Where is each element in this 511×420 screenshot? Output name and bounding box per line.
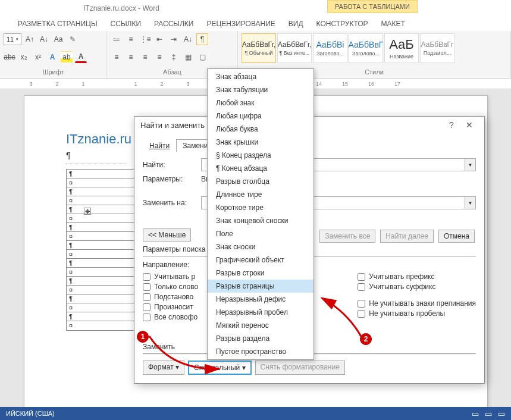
font-size-combo[interactable]: 11▾ [4, 33, 21, 45]
multilevel-button[interactable]: ⋮≡ [139, 33, 151, 45]
table-row[interactable]: ¤ [67, 250, 134, 259]
less-button[interactable]: << Меньше [143, 228, 191, 242]
tab-mailings[interactable]: РАССЫЛКИ [154, 20, 193, 28]
style-heading2[interactable]: АаБбВвГЗаголово... [349, 33, 383, 63]
table-row[interactable]: ¤ [67, 178, 134, 187]
table-row[interactable]: ¶ [67, 294, 134, 303]
show-marks-button[interactable]: ¶ [196, 33, 208, 45]
style-normal[interactable]: АаБбВвГг,¶ Обычный [242, 33, 276, 63]
increase-indent-button[interactable]: ⇥ [168, 33, 180, 45]
special-button[interactable]: Специальный ▾ [188, 361, 252, 375]
view-web-icon[interactable]: ▭ [498, 409, 505, 418]
table-row[interactable]: ¶ [67, 277, 134, 286]
clear-format-button[interactable]: ✎ [67, 33, 79, 45]
table-row[interactable]: ¶ [67, 312, 134, 321]
popup-item[interactable]: Поле [208, 227, 314, 240]
chk-all-forms[interactable]: Все словофо [143, 313, 198, 321]
styles-gallery[interactable]: АаБбВвГг,¶ Обычный АаБбВвГг,¶ Без инте..… [242, 33, 507, 63]
tab-find[interactable]: Найти [143, 139, 176, 152]
tab-table-layout[interactable]: МАКЕТ [381, 20, 405, 28]
decrease-indent-button[interactable]: ⇤ [153, 33, 165, 45]
table-row[interactable]: ¶ [67, 187, 134, 196]
style-title[interactable]: АаБНазвание [384, 33, 419, 63]
tab-view[interactable]: ВИД [289, 20, 303, 28]
table-row[interactable]: ¶ [67, 223, 134, 232]
popup-item[interactable]: Знак сноски [208, 240, 314, 253]
popup-item[interactable]: Любая буква [208, 123, 314, 136]
popup-item[interactable]: Графический объект [208, 253, 314, 267]
status-language[interactable]: ИЙСКИЙ (США) [6, 410, 55, 417]
popup-item[interactable]: Разрыв столбца [208, 175, 314, 188]
chk-wildcards[interactable]: Подстаново [143, 293, 198, 301]
popup-item[interactable]: Длинное тире [208, 188, 314, 201]
highlight-button[interactable]: ab [61, 51, 73, 63]
chk-ignore-punct[interactable]: Не учитывать знаки препинания [358, 299, 476, 308]
popup-item[interactable]: Мягкий перенос [208, 319, 314, 332]
style-nospacing[interactable]: АаБбВвГг,¶ Без инте... [277, 33, 312, 63]
table-row[interactable]: ¶ [67, 241, 134, 250]
dialog-help-button[interactable]: ? [443, 120, 460, 130]
align-center-button[interactable]: ≡ [125, 51, 137, 63]
no-format-button[interactable]: Снять форматирование [255, 361, 345, 375]
numbering-button[interactable]: ≡ [125, 33, 137, 45]
table-row[interactable]: ¤ [67, 268, 134, 277]
subscript-button[interactable]: x₂ [18, 51, 30, 63]
table-row[interactable]: ¤ [67, 196, 134, 205]
replace-all-button[interactable]: Заменить все [319, 230, 375, 243]
find-dropdown-button[interactable]: ▼ [465, 158, 476, 171]
table-row[interactable]: ¶ [67, 259, 134, 268]
font-color-button[interactable]: A [75, 51, 87, 63]
shading-button[interactable]: ▦ [182, 51, 194, 63]
popup-item[interactable]: Знак концевой сноски [208, 214, 314, 227]
borders-button[interactable]: ▢ [196, 51, 208, 63]
popup-item[interactable]: Знак крышки [208, 136, 314, 149]
bullets-button[interactable]: ≔ [111, 33, 123, 45]
style-subtitle[interactable]: АаБбВвГгПодзагол... [420, 33, 454, 63]
format-button[interactable]: Формат ▾ [143, 361, 184, 375]
popup-item[interactable]: Пустое пространство [208, 345, 314, 358]
tab-review[interactable]: РЕЦЕНЗИРОВАНИЕ [206, 20, 275, 28]
chk-whole-word[interactable]: Только слово [143, 283, 198, 291]
view-read-icon[interactable]: ▭ [472, 409, 479, 418]
style-heading1[interactable]: АаБбВіЗаголово... [313, 33, 347, 63]
popup-item[interactable]: ¶ Конец абзаца [208, 162, 314, 175]
grow-font-button[interactable]: A↑ [24, 33, 36, 45]
align-right-button[interactable]: ≡ [139, 51, 151, 63]
dialog-close-button[interactable]: ✕ [460, 120, 478, 130]
chk-prefix[interactable]: Учитывать префикс [358, 272, 476, 281]
table[interactable]: ¶ ¤ ¶ ¤ ¶ ¤ ¶ ¤ ¶ ¤ ¶ ¤ ¶ ¤ ¶ ¤ ¶ ¤ [66, 169, 134, 331]
text-effects-button[interactable]: A [46, 51, 58, 63]
line-spacing-button[interactable]: ‡ [168, 51, 180, 63]
table-row[interactable]: ¤ [67, 286, 134, 294]
table-row[interactable]: ¶ [67, 205, 134, 214]
chk-suffix[interactable]: Учитывать суффикс [358, 283, 476, 291]
popup-item-page-break[interactable]: Разрыв страницы [208, 280, 314, 293]
popup-item[interactable]: § Конец раздела [208, 149, 314, 162]
popup-item[interactable]: Неразрывный дефис [208, 293, 314, 306]
chk-match-case[interactable]: Учитывать р [143, 272, 198, 281]
shrink-font-button[interactable]: A↓ [38, 33, 50, 45]
cancel-button[interactable]: Отмена [438, 230, 475, 243]
table-row[interactable]: ¤ [67, 321, 134, 330]
superscript-button[interactable]: x² [32, 51, 44, 63]
table-row[interactable]: ¶ [67, 170, 134, 178]
table-row[interactable]: ¤ [67, 214, 134, 223]
view-print-icon[interactable]: ▭ [485, 409, 492, 418]
table-row[interactable]: ¤ [67, 303, 134, 312]
popup-item[interactable]: Разрыв строки [208, 267, 314, 280]
strike-button[interactable]: abc [4, 51, 15, 63]
tab-references[interactable]: ССЫЛКИ [111, 20, 141, 28]
replace-dropdown-button[interactable]: ▼ [465, 196, 476, 209]
popup-item[interactable]: Любая цифра [208, 109, 314, 123]
popup-item[interactable]: Короткое тире [208, 201, 314, 214]
popup-item[interactable]: Знак табуляции [208, 83, 314, 96]
tab-table-design[interactable]: КОНСТРУКТОР [316, 20, 368, 28]
justify-button[interactable]: ≡ [153, 51, 165, 63]
tab-page-layout[interactable]: РАЗМЕТКА СТРАНИЦЫ [18, 20, 98, 28]
chk-ignore-space[interactable]: Не учитывать пробелы [358, 309, 476, 318]
change-case-button[interactable]: Aa [52, 33, 64, 45]
table-move-handle[interactable]: ✥ [84, 208, 91, 215]
table-tools-contextual-tab[interactable]: РАБОТА С ТАБЛИЦАМИ [327, 0, 418, 13]
chk-sounds-like[interactable]: Произносит [143, 303, 198, 311]
table-row[interactable]: ¤ [67, 232, 134, 241]
